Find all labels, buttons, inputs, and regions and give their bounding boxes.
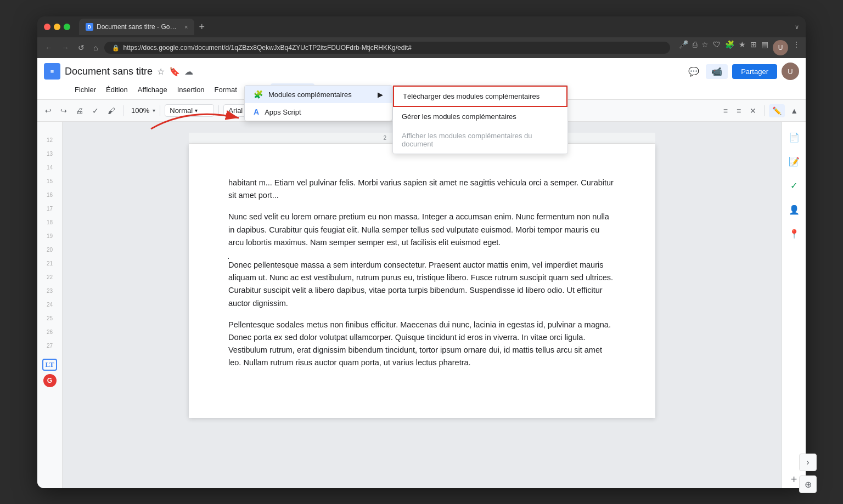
url-bar[interactable]: 🔒 https://docs.google.com/document/d/1qZ… (104, 42, 670, 54)
star-icon[interactable]: ★ (739, 40, 746, 55)
microphone-icon[interactable]: 🎤 (679, 40, 688, 55)
address-bar: ← → ↺ ⌂ 🔒 https://docs.google.com/docume… (37, 37, 806, 58)
menu-edition[interactable]: Édition (102, 83, 132, 96)
line-number-27: 27 (47, 343, 53, 349)
sidebar-tasks-icon[interactable]: ✓ (785, 177, 803, 194)
forward-button[interactable]: → (59, 42, 71, 53)
telecharger-modules-label: Télécharger des modules complémentaires (403, 92, 539, 100)
new-tab-button[interactable]: + (194, 21, 209, 33)
minimize-button[interactable] (54, 24, 60, 30)
expand-page-button[interactable]: › (799, 454, 806, 471)
line-number-24: 24 (47, 302, 53, 308)
right-sidebar: 📄 📝 ✓ 👤 📍 + (782, 122, 806, 488)
doc-title[interactable]: Document sans titre (65, 66, 153, 77)
cloud-save-icon[interactable]: ☁ (184, 66, 193, 77)
menu-format[interactable]: Format (210, 83, 241, 96)
clear-format-button[interactable]: ✕ (746, 104, 760, 117)
doc-tool-icons: LT G (42, 359, 57, 387)
paint-format-button[interactable]: 🖌 (104, 104, 119, 117)
window-collapse-button[interactable]: ∨ (795, 24, 799, 31)
paragraph-1: habitant m... Etiam vel pulvinar felis. … (228, 177, 616, 202)
document-text[interactable]: habitant m... Etiam vel pulvinar felis. … (228, 177, 616, 369)
sidebar-toggle-icon[interactable]: ▤ (761, 40, 768, 55)
menus-wrapper: 🧩 Modules complémentaires ▶ A Apps Scrip… (244, 85, 392, 121)
sidebar-docs-icon[interactable]: 📄 (785, 128, 803, 146)
line-number-18: 18 (47, 219, 53, 225)
docs-top-row: ≡ Document sans titre ☆ 🔖 ☁ 💬 📹 Partager… (44, 63, 799, 80)
align-right-button[interactable]: ≡ (733, 104, 744, 117)
tab-bar: D Document sans titre - Google ... × + (79, 19, 790, 35)
line-number-17: 17 (47, 206, 53, 212)
active-tab[interactable]: D Document sans titre - Google ... × (79, 19, 194, 35)
line-number-13: 13 (47, 151, 53, 157)
apps-script-item[interactable]: A Apps Script (245, 103, 392, 121)
profile-icon[interactable]: ⊞ (750, 40, 757, 55)
maximize-button[interactable] (64, 24, 70, 30)
menu-affichage[interactable]: Affichage (133, 83, 172, 96)
expand-button[interactable]: ▲ (787, 104, 801, 117)
line-number-12: 12 (47, 137, 53, 143)
shield-icon[interactable]: 🛡 (713, 40, 721, 55)
menu-insertion[interactable]: Insertion (173, 83, 209, 96)
gerer-modules-item[interactable]: Gérer les modules complémentaires (393, 107, 567, 126)
tab-close-icon[interactable]: × (184, 24, 188, 30)
header-actions: 💬 📹 Partager U (686, 63, 799, 80)
document-page[interactable]: habitant m... Etiam vel pulvinar felis. … (189, 144, 655, 418)
extensions-icon[interactable]: 🧩 (725, 40, 734, 55)
spell-check-button[interactable]: ✓ (89, 104, 102, 117)
scroll-to-bottom-button[interactable]: ⊕ (799, 475, 806, 488)
share-page-icon[interactable]: ⎙ (693, 40, 697, 55)
star-doc-icon[interactable]: ☆ (157, 66, 165, 77)
sidebar-people-icon[interactable]: 👤 (785, 201, 803, 218)
title-bar: D Document sans titre - Google ... × + ∨ (37, 16, 806, 37)
video-icon: 📹 (711, 66, 722, 77)
line-number-16: 16 (47, 192, 53, 198)
toolbar-divider-5 (764, 105, 765, 116)
toolbar-divider-1 (123, 105, 123, 116)
modules-item-label: Modules complémentaires (268, 90, 352, 99)
lt-icon[interactable]: LT (42, 359, 57, 371)
user-avatar[interactable]: U (782, 63, 799, 80)
home-button[interactable]: ⌂ (91, 42, 100, 53)
line-number-22: 22 (47, 274, 53, 280)
line-number-15: 15 (47, 178, 53, 184)
afficher-modules-item[interactable]: Afficher les modules complémentaires du … (393, 126, 567, 154)
tab-title: Document sans titre - Google ... (97, 23, 179, 31)
line-number-14: 14 (47, 165, 53, 171)
modules-complementaires-item[interactable]: 🧩 Modules complémentaires ▶ (245, 86, 392, 103)
undo-button[interactable]: ↩ (42, 104, 55, 117)
bookmark-icon[interactable]: ☆ (701, 40, 709, 55)
back-button[interactable]: ← (43, 42, 55, 53)
sidebar-notes-icon[interactable]: 📝 (785, 152, 803, 170)
document-area[interactable]: 2 1 ▼ habitant m... Etiam vel pulvinar f… (63, 122, 782, 488)
extensions-dropdown-menu: 🧩 Modules complémentaires ▶ A Apps Scrip… (244, 85, 392, 121)
print-button[interactable]: 🖨 (72, 104, 87, 117)
menu-fichier[interactable]: Fichier (70, 83, 100, 96)
meet-button[interactable]: 📹 (706, 64, 728, 79)
modules-submenu: Télécharger des modules complémentaires … (392, 85, 568, 154)
modules-item-content: 🧩 Modules complémentaires (254, 90, 352, 99)
puzzle-menu-icon: 🧩 (254, 90, 263, 99)
tab-favicon: D (86, 23, 93, 31)
url-text: https://docs.google.com/document/d/1qZBz… (123, 44, 412, 52)
align-left-button[interactable]: ≡ (720, 104, 731, 117)
edit-mode-button[interactable]: ✏️ (769, 104, 785, 117)
menu-dots-icon[interactable]: ⋮ (793, 40, 800, 55)
user-avatar-small[interactable]: U (773, 40, 788, 55)
redo-button[interactable]: ↪ (57, 104, 70, 117)
refresh-button[interactable]: ↺ (76, 42, 87, 53)
paragraph-3: Donec pellentesque massa a sem interdum … (228, 259, 616, 310)
line-number-25: 25 (47, 315, 53, 321)
close-button[interactable] (44, 24, 50, 30)
telecharger-modules-item[interactable]: Télécharger des modules complémentaires (393, 86, 567, 107)
grammarly-icon[interactable]: G (43, 374, 57, 387)
line-number-26: 26 (47, 329, 53, 335)
chat-icon[interactable]: 💬 (686, 64, 701, 79)
lock-icon: 🔒 (112, 44, 120, 52)
paragraph-2: Nunc sed velit eu lorem ornare pretium e… (228, 211, 616, 249)
sidebar-maps-icon[interactable]: 📍 (785, 225, 803, 242)
red-arrow-annotation (145, 101, 255, 134)
bookmark-doc-icon[interactable]: 🔖 (169, 66, 180, 77)
apps-script-label: Apps Script (265, 108, 301, 116)
share-button[interactable]: Partager (732, 64, 777, 79)
